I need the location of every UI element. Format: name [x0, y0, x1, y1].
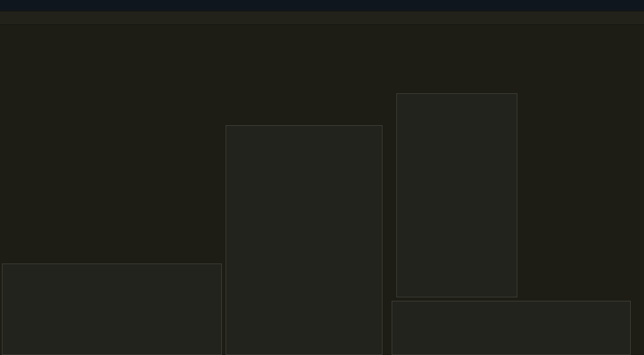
statistics-window: [2, 264, 222, 355]
find-zone-window: [226, 125, 382, 355]
zone-info-window: [396, 93, 517, 297]
frame-separator-bar[interactable]: [0, 36, 644, 42]
frame-time-minigraph[interactable]: [0, 11, 644, 25]
main-toolbar: [0, 0, 644, 11]
memory-window: [392, 301, 631, 355]
time-ruler[interactable]: [0, 26, 644, 33]
